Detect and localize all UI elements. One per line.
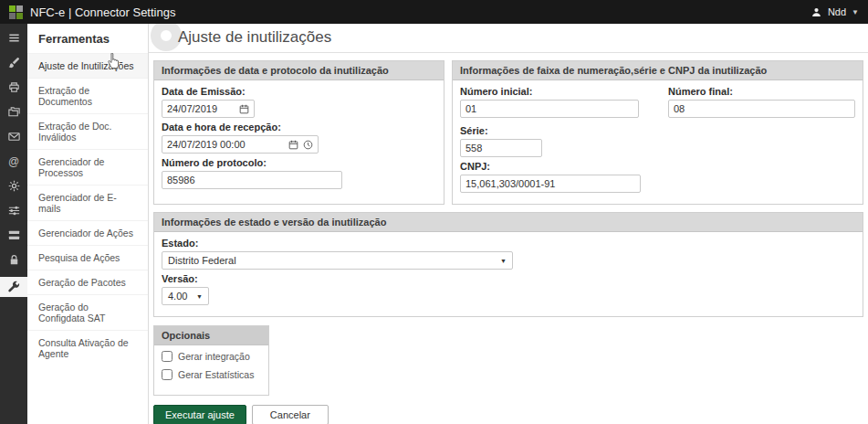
mail-icon[interactable] (0, 129, 27, 144)
sidebar-item-consulta-ativacao-agente[interactable]: Consulta Ativação de Agente (27, 330, 148, 366)
sidebar-item-geracao-configdata-sat[interactable]: Geração do Configdata SAT (27, 294, 148, 330)
sidebar-item-gerenciador-de-acoes[interactable]: Gerenciador de Ações (27, 220, 148, 245)
estado-select[interactable]: Distrito Federal ▼ (162, 251, 513, 270)
chevron-down-icon: ▼ (196, 293, 203, 300)
gerar-estatisticas-option[interactable]: Gerar Estatísticas (162, 369, 261, 380)
user-menu[interactable]: Ndd ▼ (810, 6, 859, 18)
estado-label: Estado: (162, 238, 855, 249)
serie-value[interactable] (465, 143, 537, 154)
sidebar-list: Ajuste de Inutilizações Extração de Docu… (27, 53, 148, 366)
page-header: Ajuste de inutilizações (149, 24, 868, 53)
data-recepcao-value[interactable] (167, 139, 284, 150)
protocolo-input[interactable] (162, 171, 342, 189)
clock-icon[interactable] (303, 140, 313, 150)
panel-data-protocolo: Informações de data e protocolo da inuti… (153, 60, 444, 205)
folders-icon[interactable] (0, 104, 27, 120)
panel-opcionais-title: Opcionais (154, 326, 268, 345)
action-buttons: Executar ajuste Cancelar (153, 405, 863, 424)
calendar-icon[interactable] (239, 104, 249, 114)
panel-faixa-title: Informações de faixa de numeração,série … (453, 61, 863, 80)
cancelar-button[interactable]: Cancelar (252, 405, 329, 424)
page-title: Ajuste de inutilizações (178, 28, 868, 47)
topbar: NFC-e | Connector Settings Ndd ▼ (0, 0, 868, 24)
numero-inicial-label: Número inicial: (460, 86, 668, 97)
data-recepcao-label: Data e hora de recepção: (162, 122, 436, 132)
protocolo-value[interactable] (167, 175, 337, 186)
panel-estado-versao-title: Informações de estado e versão da inutil… (154, 213, 863, 232)
rows-icon[interactable] (0, 228, 27, 243)
gerar-integracao-option[interactable]: Gerar integração (162, 351, 261, 362)
data-emissao-input[interactable] (162, 100, 255, 118)
wrench-icon[interactable] (0, 277, 27, 297)
sidebar-title: Ferramentas (27, 24, 148, 53)
numero-final-label: Número final: (668, 86, 855, 97)
sidebar-item-geracao-de-pacotes[interactable]: Geração de Pacotes (27, 270, 148, 294)
data-recepcao-input[interactable] (162, 135, 319, 154)
sidebar-item-pesquisa-de-acoes[interactable]: Pesquisa de Ações (27, 245, 148, 270)
sidebar: Ferramentas Ajuste de Inutilizações Extr… (27, 24, 149, 424)
sidebar-item-gerenciador-de-emails[interactable]: Gerenciador de E-mails (27, 185, 148, 220)
user-name: Ndd (828, 6, 846, 17)
brush-icon[interactable] (0, 55, 27, 70)
executar-ajuste-button[interactable]: Executar ajuste (153, 405, 246, 424)
cnpj-value[interactable] (465, 178, 635, 189)
gerar-estatisticas-checkbox[interactable] (162, 369, 173, 380)
sidebar-item-ajuste-de-inutilizacoes[interactable]: Ajuste de Inutilizações (27, 53, 148, 78)
data-emissao-value[interactable] (167, 103, 235, 114)
numero-inicial-value[interactable] (465, 103, 633, 114)
panel-faixa: Informações de faixa de numeração,série … (452, 60, 863, 205)
panel-estado-versao: Informações de estado e versão da inutil… (153, 212, 863, 317)
estado-selected-value: Distrito Federal (168, 255, 236, 266)
panel-opcionais: Opcionais Gerar integração Gerar Estatís… (153, 325, 269, 396)
data-emissao-label: Data de Emissão: (162, 86, 436, 97)
at-icon[interactable]: @ (0, 154, 27, 169)
main-content: Ajuste de inutilizações Informações de d… (149, 24, 868, 424)
lock-icon[interactable] (0, 252, 27, 268)
top-panels-row: Informações de data e protocolo da inuti… (153, 60, 863, 205)
sliders-icon[interactable] (0, 203, 27, 218)
chevron-down-icon: ▼ (500, 258, 507, 264)
numero-final-value[interactable] (674, 103, 850, 114)
icon-strip: @ (0, 24, 27, 424)
sidebar-item-extracao-doc-invalidos[interactable]: Extração de Doc. Inválidos (27, 113, 148, 149)
serie-input[interactable] (460, 139, 542, 157)
protocolo-label: Número de protocolo: (162, 157, 436, 168)
app-logo-icon (9, 5, 23, 19)
gerar-integracao-label: Gerar integração (178, 351, 250, 362)
printer-icon[interactable] (0, 80, 27, 95)
numero-inicial-input[interactable] (460, 100, 639, 118)
app-window: NFC-e | Connector Settings Ndd ▼ @ (0, 0, 868, 424)
chevron-down-icon: ▼ (852, 8, 859, 16)
gerar-integracao-checkbox[interactable] (162, 351, 173, 362)
gerar-estatisticas-label: Gerar Estatísticas (178, 369, 254, 380)
sidebar-item-extracao-de-documentos[interactable]: Extração de Documentos (27, 78, 148, 113)
calendar-icon[interactable] (288, 140, 298, 150)
gear-icon[interactable] (0, 178, 27, 194)
panel-data-protocolo-title: Informações de data e protocolo da inuti… (154, 61, 444, 80)
menu-icon[interactable] (0, 30, 27, 46)
sidebar-item-gerenciador-de-processos[interactable]: Gerenciador de Processos (27, 149, 148, 185)
app-title: NFC-e | Connector Settings (30, 5, 175, 19)
versao-label: Versão: (162, 273, 855, 284)
numero-final-input[interactable] (668, 100, 855, 118)
versao-selected-value: 4.00 (168, 291, 187, 302)
serie-label: Série: (460, 125, 855, 136)
cnpj-input[interactable] (460, 175, 641, 193)
cnpj-label: CNPJ: (460, 161, 855, 172)
user-icon (810, 6, 822, 18)
versao-select[interactable]: 4.00 ▼ (162, 287, 209, 305)
